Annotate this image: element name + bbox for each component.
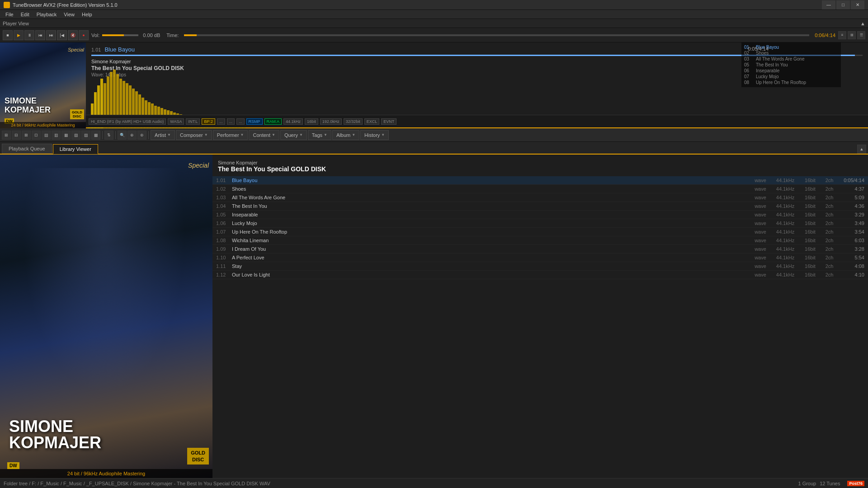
tab-playback-queue[interactable]: Playback Queue xyxy=(2,144,52,154)
art-gold-small: GOLDDISC xyxy=(70,109,84,119)
tab-library-viewer[interactable]: Library Viewer xyxy=(53,144,98,154)
tb-btn-2[interactable]: ⊟ xyxy=(12,131,21,140)
tr-title-5: Inseparable xyxy=(232,212,749,217)
tr-num-3: 1.03 xyxy=(216,195,232,200)
mini-track-6: 07 Lucky Mojo xyxy=(743,74,839,80)
tb-btn-8[interactable]: ▧ xyxy=(71,131,80,140)
history-arrow: ▼ xyxy=(381,133,385,137)
tb-btn-4[interactable]: ⊡ xyxy=(32,131,41,140)
track-row-6[interactable]: 1.06 Lucky Mojo wave 44.1kHz 16bit 2ch 3… xyxy=(212,219,868,228)
track-row-5[interactable]: 1.05 Inseparable wave 44.1kHz 16bit 2ch … xyxy=(212,211,868,219)
pause-button[interactable]: ⏸ xyxy=(24,30,34,40)
tr-bits-9: 16bit xyxy=(799,246,821,252)
expand-icon[interactable]: ▲ xyxy=(860,21,865,26)
menu-help[interactable]: Help xyxy=(78,11,96,18)
album-dropdown[interactable]: Album ▼ xyxy=(332,130,359,140)
tb-btn-5[interactable]: ▤ xyxy=(42,131,51,140)
tags-dropdown[interactable]: Tags ▼ xyxy=(308,130,331,140)
history-dropdown[interactable]: History ▼ xyxy=(360,130,389,140)
close-button[interactable]: ✕ xyxy=(851,0,864,9)
tr-freq-12: 44.1kHz xyxy=(772,272,799,277)
ri-btn-3[interactable]: ☰ xyxy=(857,31,865,39)
footer-logo: Post76 xyxy=(847,481,864,486)
tr-ch-1: 2ch xyxy=(821,178,837,183)
performer-dropdown[interactable]: Performer ▼ xyxy=(213,130,248,140)
composer-label: Composer xyxy=(180,132,203,138)
menu-view[interactable]: View xyxy=(60,11,78,18)
tb-search-btn[interactable]: 🔍 xyxy=(118,131,127,140)
tr-format-3: wave xyxy=(749,195,772,200)
menu-edit[interactable]: Edit xyxy=(17,11,33,18)
badge-evnt: EVNT xyxy=(381,118,396,125)
tr-dur-4: 4:36 xyxy=(837,203,864,209)
toolbar-sep-3 xyxy=(148,131,149,139)
record-button[interactable]: ● xyxy=(79,30,89,40)
track-row-4[interactable]: 1.04 The Best In You wave 44.1kHz 16bit … xyxy=(212,202,868,211)
tb-btn-1[interactable]: ⊞ xyxy=(2,131,11,140)
tabs-expand-btn[interactable]: ▲ xyxy=(857,145,866,154)
stop-button[interactable]: ■ xyxy=(3,30,13,40)
menubar: File Edit Playback View Help xyxy=(0,10,868,19)
tr-num-4: 1.04 xyxy=(216,203,232,209)
tb-sort-btn[interactable]: ⇅ xyxy=(104,131,113,140)
view-tabs: Playback Queue Library Viewer ▲ xyxy=(0,142,868,155)
tr-bits-5: 16bit xyxy=(799,212,821,217)
tb-btn-10[interactable]: ▩ xyxy=(91,131,100,140)
title-text: TuneBrowser AVX2 (Free Edition) Version … xyxy=(13,2,822,8)
tr-freq-1: 44.1kHz xyxy=(772,178,799,183)
large-album-art: SIMONE KOPMAJER DW Special GOLDDISC 24 b… xyxy=(0,155,212,478)
time-slider[interactable] xyxy=(184,34,809,36)
large-art-dw: DW xyxy=(7,462,19,469)
mute-button[interactable]: 🔇 xyxy=(68,30,78,40)
track-row-8[interactable]: 1.08 Wichita Lineman wave 44.1kHz 16bit … xyxy=(212,236,868,245)
track-number: 1.01 xyxy=(91,47,101,52)
play-button[interactable]: ▶ xyxy=(14,30,24,40)
track-row-12[interactable]: 1.12 Our Love Is Light wave 44.1kHz 16bi… xyxy=(212,271,868,279)
ri-btn-2[interactable]: ⊞ xyxy=(848,31,856,39)
badge-hi-end: HI_END (IF1 (by AMR) HD+ USB Audio) xyxy=(89,118,166,125)
mini-track-5: 06 Inseparable xyxy=(743,68,839,74)
tr-format-10: wave xyxy=(749,255,772,260)
minimize-button[interactable]: — xyxy=(822,0,835,9)
maximize-button[interactable]: □ xyxy=(836,0,850,9)
volume-slider[interactable] xyxy=(102,34,138,36)
tr-ch-11: 2ch xyxy=(821,263,837,269)
content-dropdown[interactable]: Content ▼ xyxy=(249,130,279,140)
composer-dropdown[interactable]: Composer ▼ xyxy=(176,130,212,140)
menu-file[interactable]: File xyxy=(2,11,17,18)
tr-num-1: 1.01 xyxy=(216,178,232,183)
track-row-7[interactable]: 1.07 Up Here On The Rooftop wave 44.1kHz… xyxy=(212,228,868,236)
prev-button[interactable]: ⏮ xyxy=(35,30,45,40)
track-row-2[interactable]: 1.02 Shoes wave 44.1kHz 16bit 2ch 4:37 xyxy=(212,185,868,193)
tb-btn-9[interactable]: ▨ xyxy=(81,131,90,140)
tb-tag-btn[interactable]: ⊛ xyxy=(137,131,146,140)
tags-label: Tags xyxy=(312,132,322,138)
tr-freq-11: 44.1kHz xyxy=(772,263,799,269)
tr-num-12: 1.12 xyxy=(216,272,232,277)
tb-zoom-btn[interactable]: ⊕ xyxy=(127,131,137,140)
album-arrow: ▼ xyxy=(352,133,355,137)
tr-title-11: Stay xyxy=(232,263,749,269)
track-row-9[interactable]: 1.09 I Dream Of You wave 44.1kHz 16bit 2… xyxy=(212,245,868,253)
tb-btn-7[interactable]: ▦ xyxy=(61,131,71,140)
audio-status-bar: HI_END (IF1 (by AMR) HD+ USB Audio) WASA… xyxy=(86,115,868,127)
tr-bits-4: 16bit xyxy=(799,203,821,209)
ri-btn-1[interactable]: ≡ xyxy=(838,31,846,39)
artist-dropdown[interactable]: Artist ▼ xyxy=(151,130,175,140)
track-row-1[interactable]: 1.01 Blue Bayou wave 44.1kHz 16bit 2ch 0… xyxy=(212,176,868,185)
track-title: Blue Bayou xyxy=(104,46,135,53)
tb-btn-3[interactable]: ⊠ xyxy=(22,131,31,140)
playerview-label: Player View xyxy=(3,21,29,26)
track-row-11[interactable]: 1.11 Stay wave 44.1kHz 16bit 2ch 4:08 xyxy=(212,262,868,271)
track-row-10[interactable]: 1.10 A Perfect Love wave 44.1kHz 16bit 2… xyxy=(212,253,868,262)
titlebar: TuneBrowser AVX2 (Free Edition) Version … xyxy=(0,0,868,10)
skip-back-button[interactable]: |◀ xyxy=(57,30,67,40)
tr-dur-2: 4:37 xyxy=(837,186,864,192)
track-row-3[interactable]: 1.03 All The Words Are Gone wave 44.1kHz… xyxy=(212,193,868,202)
query-dropdown[interactable]: Query ▼ xyxy=(280,130,307,140)
menu-playback[interactable]: Playback xyxy=(33,11,61,18)
tb-btn-6[interactable]: ▥ xyxy=(52,131,61,140)
tr-format-2: wave xyxy=(749,186,772,192)
tr-ch-12: 2ch xyxy=(821,272,837,277)
next-button[interactable]: ⏭ xyxy=(46,30,56,40)
